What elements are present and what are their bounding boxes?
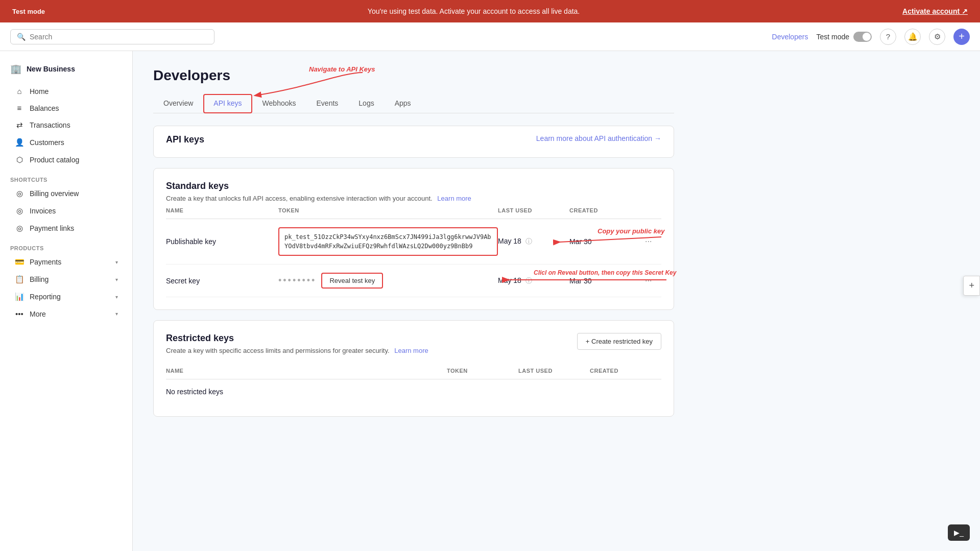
sidebar-label-billing: Billing <box>30 275 49 283</box>
create-restricted-key-button[interactable]: + Create restricted key <box>577 333 661 350</box>
secret-key-created: Mar 30 <box>569 277 641 285</box>
notifications-icon-button[interactable]: 🔔 <box>904 29 921 45</box>
learn-more-auth-link[interactable]: Learn more about API authentication → <box>536 134 661 142</box>
secret-key-name: Secret key <box>166 277 278 285</box>
sidebar-label-more: More <box>30 310 46 318</box>
billing-icon: 📋 <box>14 275 25 284</box>
col-token: TOKEN <box>278 207 498 213</box>
shortcuts-section-label: Shortcuts <box>0 169 132 185</box>
restricted-col-created: CREATED <box>590 368 661 374</box>
tab-overview[interactable]: Overview <box>153 94 203 113</box>
tab-apps[interactable]: Apps <box>385 94 421 113</box>
secret-key-info-icon[interactable]: ⓘ <box>525 277 532 284</box>
sidebar-label-product-catalog: Product catalog <box>30 156 79 164</box>
col-last-used: LAST USED <box>498 207 569 213</box>
tab-webhooks[interactable]: Webhooks <box>252 94 306 113</box>
restricted-col-name: NAME <box>166 368 447 374</box>
sidebar-label-billing-overview: Billing overview <box>30 189 79 198</box>
page-container: Developers Navigate to API Keys Overview… <box>133 51 695 443</box>
test-mode-toggle[interactable] <box>853 32 872 42</box>
banner-test-mode: Test mode <box>12 8 45 15</box>
payments-chevron-icon: ▾ <box>115 259 118 265</box>
publishable-key-created: Mar 30 <box>569 237 641 246</box>
sidebar-item-balances[interactable]: ≡ Balances <box>4 100 128 116</box>
sidebar-item-payment-links[interactable]: ◎ Payment links <box>4 220 128 237</box>
sidebar-item-reporting[interactable]: 📊 Reporting ▾ <box>4 288 128 305</box>
invoices-icon: ◎ <box>14 206 25 215</box>
search-icon: 🔍 <box>17 33 26 41</box>
sidebar-label-reporting: Reporting <box>30 293 61 301</box>
publishable-key-info-icon[interactable]: ⓘ <box>525 237 532 245</box>
tab-logs[interactable]: Logs <box>348 94 384 113</box>
help-icon-button[interactable]: ? <box>880 29 896 45</box>
secret-key-more-button[interactable]: ··· <box>641 274 661 288</box>
page-title: Developers <box>153 67 674 84</box>
sidebar-label-balances: Balances <box>30 104 59 112</box>
standard-keys-table-header: NAME TOKEN LAST USED CREATED <box>166 202 661 219</box>
table-row-publishable: Publishable key pk_test_51OzzCkP34wSYxy4… <box>166 219 661 265</box>
sidebar-label-customers: Customers <box>30 138 64 147</box>
home-icon: ⌂ <box>14 87 25 95</box>
sidebar-item-product-catalog[interactable]: ⬡ Product catalog <box>4 151 128 169</box>
billing-overview-icon: ◎ <box>14 189 25 198</box>
search-bar[interactable]: 🔍 <box>10 29 214 44</box>
sidebar-item-customers[interactable]: 👤 Customers <box>4 134 128 151</box>
sidebar-item-home[interactable]: ⌂ Home <box>4 83 128 100</box>
publishable-key-more-button[interactable]: ··· <box>641 235 661 248</box>
secret-token-area: •••••••• Reveal test key <box>278 273 498 289</box>
sidebar-item-payments[interactable]: 💳 Payments ▾ <box>4 253 128 271</box>
balances-icon: ≡ <box>14 104 25 112</box>
secret-key-masked: •••••••• <box>278 275 316 286</box>
sidebar-item-more[interactable]: ••• More ▾ <box>4 305 128 322</box>
products-section-label: Products <box>0 237 132 253</box>
publishable-key-last-used: May 18 ⓘ <box>498 237 569 246</box>
tab-events[interactable]: Events <box>306 94 349 113</box>
banner-message: You're using test data. Activate your ac… <box>45 7 902 15</box>
reveal-test-key-button[interactable]: Reveal test key <box>321 273 383 289</box>
no-restricted-keys-message: No restricted keys <box>166 388 447 396</box>
standard-keys-learn-more[interactable]: Learn more <box>437 195 471 202</box>
top-banner: Test mode You're using test data. Activa… <box>0 0 980 22</box>
publishable-key-name: Publishable key <box>166 237 278 246</box>
side-add-button[interactable]: + <box>963 276 980 296</box>
sidebar-item-billing[interactable]: 📋 Billing ▾ <box>4 271 128 288</box>
publishable-key-token[interactable]: pk_test_51OzzCkP34wSYxy4nxz6BmScx7JN499i… <box>278 227 498 256</box>
col-created: CREATED <box>569 207 641 213</box>
restricted-keys-title: Restricted keys <box>166 333 428 344</box>
more-chevron-icon: ▾ <box>115 311 118 317</box>
payments-icon: 💳 <box>14 257 25 267</box>
col-name: NAME <box>166 207 278 213</box>
restricted-keys-card: Restricted keys Create a key with specif… <box>153 320 674 417</box>
sidebar-label-payments: Payments <box>30 258 61 266</box>
col-actions <box>641 207 661 213</box>
customers-icon: 👤 <box>14 138 25 147</box>
table-row-secret: Secret key •••••••• Reveal test key May … <box>166 265 661 297</box>
sidebar-item-billing-overview[interactable]: ◎ Billing overview <box>4 185 128 202</box>
sidebar-label-payment-links: Payment links <box>30 224 74 232</box>
reporting-chevron-icon: ▾ <box>115 294 118 300</box>
restricted-keys-subtitle: Create a key with specific access limits… <box>166 347 428 354</box>
header-actions: Developers Test mode ? 🔔 ⚙ + <box>772 29 970 45</box>
business-name: New Business <box>27 65 75 73</box>
sidebar-label-home: Home <box>30 87 49 95</box>
activate-account-link[interactable]: Activate account ↗ <box>902 7 968 15</box>
business-icon: 🏢 <box>10 63 21 75</box>
developers-nav-link[interactable]: Developers <box>772 33 808 41</box>
settings-icon-button[interactable]: ⚙ <box>929 29 945 45</box>
billing-chevron-icon: ▾ <box>115 277 118 282</box>
restricted-keys-learn-more[interactable]: Learn more <box>394 347 428 354</box>
sidebar-item-invoices[interactable]: ◎ Invoices <box>4 202 128 220</box>
add-button[interactable]: + <box>953 29 970 45</box>
restricted-keys-header: Restricted keys Create a key with specif… <box>166 333 661 354</box>
sidebar-item-transactions[interactable]: ⇄ Transactions <box>4 116 128 134</box>
restricted-keys-table-header: NAME TOKEN LAST USED CREATED <box>166 363 661 379</box>
header-bar: 🔍 Developers Test mode ? 🔔 ⚙ + <box>0 22 980 51</box>
standard-keys-title: Standard keys <box>166 181 661 191</box>
product-catalog-icon: ⬡ <box>14 155 25 164</box>
business-name-area: 🏢 New Business <box>0 59 132 83</box>
search-input[interactable] <box>30 33 208 41</box>
api-keys-card-header: API keys Learn more about API authentica… <box>166 134 661 145</box>
page-title-area: Developers Navigate to API Keys <box>153 67 674 84</box>
tab-api-keys[interactable]: API keys <box>203 94 252 113</box>
terminal-button[interactable]: ▶_ <box>948 524 970 541</box>
